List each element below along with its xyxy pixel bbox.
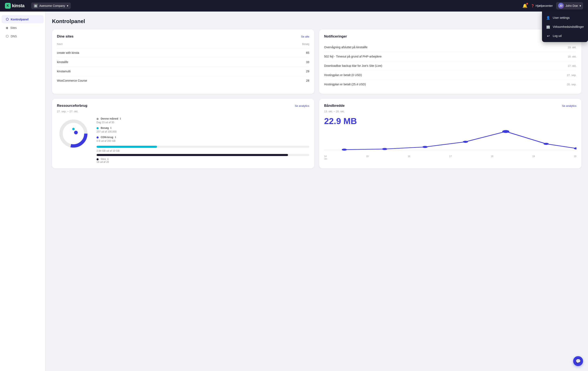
bandwidth-chart [324,130,577,154]
site-name: WooCommerce Course [57,76,261,85]
dropdown-logout-label: Log ud [553,34,562,38]
resources-card-header: Ressourceforbrug Se analytics [57,104,309,108]
bottom-cards-row: Ressourceforbrug Se analytics 27. sep. –… [52,99,581,168]
sidebar-item-kontrolpanel[interactable]: ⬡ Kontrolpanel [2,15,43,23]
bandwidth-svg [324,130,577,154]
chart-dot-3 [422,146,428,148]
site-visits: 65 [261,48,309,58]
notif-date: 27. sep. [567,74,577,77]
info-icon-cdn: ℹ [115,136,116,139]
logout-icon: ↩ [546,34,550,38]
info-icon-besog: ℹ [110,127,111,130]
notif-text: Hostingplan er betalt (0 USD) [324,73,362,77]
table-row: WooCommerce Course28 [57,76,309,85]
page-title: Kontrolpanel [52,18,581,25]
svg-point-3 [72,128,75,130]
company-switcher[interactable]: 🏢 Awesome Company ▾ [31,2,71,9]
disk-value: 2.84 GB ud af 10 GB [96,150,309,152]
sites-card-link[interactable]: Se alle [301,35,309,38]
site-name: kinstamulti [57,67,261,76]
notif-date: 17. okt. [567,64,577,67]
sidebar-item-dns[interactable]: ⬡ DNS [2,32,43,40]
user-menu-trigger[interactable]: JD John Doe ▾ [556,2,583,10]
sites-bar-wrap [96,154,309,156]
notif-text: Downloadbar backup klar for Joe's Site (… [324,64,382,67]
dag-value: Dag 23 ud af 30 [96,121,309,124]
svg-point-4 [74,131,78,134]
list-item: Hostingplan er betalt (0 USD)27. sep. [324,70,577,80]
besog-label: Besøg [101,126,109,130]
disk-bar-wrap [96,146,309,148]
resources-card-title: Ressourceforbrug [57,104,87,108]
notif-text: 502 fejl - Timeout på grund af PHP-arbej… [324,55,382,58]
table-row: kinstalife33 [57,58,309,67]
company-chevron: ▾ [67,4,68,7]
list-item: Hostingplan er betalt (25.4 USD)20. sep. [324,80,577,89]
besog-dot [96,127,99,129]
list-item: Downloadbar backup klar for Joe's Site (… [324,61,577,70]
chart-label-14: 14Okt [324,155,327,160]
bandwidth-card-header: Båndbredde Se analytics [324,104,577,108]
sites-bar-fill [96,154,288,156]
logo: K kinsta [5,3,25,9]
disk-bar-fill [96,146,157,148]
notifications-card-header: Notificeringer [324,34,577,39]
table-row: create with kinsta65 [57,48,309,58]
notifications-card-title: Notificeringer [324,34,347,39]
user-dropdown: 👤 User settings 🏢 Virksomhedsindstilling… [542,11,588,42]
dropdown-company-settings[interactable]: 🏢 Virksomhedsindstillinger [542,22,588,31]
sidebar-label-kontrolpanel: Kontrolpanel [11,18,29,21]
info-icon-sites: ℹ [107,158,108,160]
chart-dot-7 [574,147,577,150]
chart-dot-2 [382,148,387,150]
chat-bubble[interactable]: 💬 [573,356,583,366]
resource-body: Denne måned ℹ Dag 23 ud af 30 Besøg ℹ [57,117,309,163]
resources-date-range: 27. sep. – 27. okt. [57,110,309,113]
sites-icon: ◈ [6,26,8,30]
bandwidth-card-title: Båndbredde [324,104,345,108]
sites-label: Sites [100,158,106,160]
resource-legend: Denne måned ℹ Dag 23 ud af 30 Besøg ℹ [96,117,309,163]
notif-date: 20. sep. [567,83,577,86]
notif-text: Overvågning afsluttet på kinstalife [324,46,368,49]
company-name: Awesome Company [39,4,65,7]
sites-card: Dine sites Se alle Navn Besøg create wit… [52,30,314,94]
denne-maaned-label: Denne måned [101,117,118,120]
list-item: 502 fejl - Timeout på grund af PHP-arbej… [324,52,577,61]
topnav: K kinsta 🏢 Awesome Company ▾ 🔔 ❓ Hjælpec… [0,0,588,11]
help-center[interactable]: ❓ Hjælpecenter [531,4,553,7]
avatar-initials: JD [559,4,562,7]
sidebar-label-sites: Sites [10,26,17,30]
nav-right: 🔔 ❓ Hjælpecenter JD John Doe ▾ [522,2,583,10]
list-item: Overvågning afsluttet på kinstalife19. o… [324,43,577,52]
info-icon-denne: ℹ [120,117,121,120]
cdn-dot [96,136,99,139]
sidebar: ⬡ Kontrolpanel ◈ Sites ⬡ DNS [0,11,45,371]
company-icon: 🏢 [34,4,38,8]
resources-card: Ressourceforbrug Se analytics 27. sep. –… [52,99,314,168]
sites-count: 18 ud af 20 [96,160,309,163]
cdn-value: 0 B ud af 200 GB [96,140,309,142]
sidebar-item-sites[interactable]: ◈ Sites [2,24,43,32]
chart-dot-1 [342,149,347,151]
resources-card-link[interactable]: Se analytics [295,104,309,107]
legend-cdn: CDN-brug ℹ 0 B ud af 200 GB [96,136,309,142]
notification-bell[interactable]: 🔔 [522,3,527,8]
notifications-list: Overvågning afsluttet på kinstalife19. o… [324,43,577,89]
site-visits: 33 [261,58,309,67]
site-name: create with kinsta [57,48,261,58]
dropdown-user-settings[interactable]: 👤 User settings [542,13,588,22]
top-cards-row: Dine sites Se alle Navn Besøg create wit… [52,30,581,94]
chart-label-19: 19 [532,155,535,160]
chat-icon: 💬 [576,359,581,364]
dns-icon: ⬡ [6,34,9,38]
sites-value-legend: Sites ℹ [96,158,309,160]
site-visits: 28 [261,76,309,85]
dropdown-user-settings-label: User settings [553,16,570,19]
bandwidth-card: Båndbredde Se analytics 13. okt. – 20. o… [319,99,581,168]
bandwidth-card-link[interactable]: Se analytics [562,104,577,107]
dropdown-logout[interactable]: ↩ Log ud [542,31,588,40]
user-chevron: ▾ [579,4,581,7]
bell-dot [526,3,528,5]
notif-date: 19. okt. [567,46,577,49]
